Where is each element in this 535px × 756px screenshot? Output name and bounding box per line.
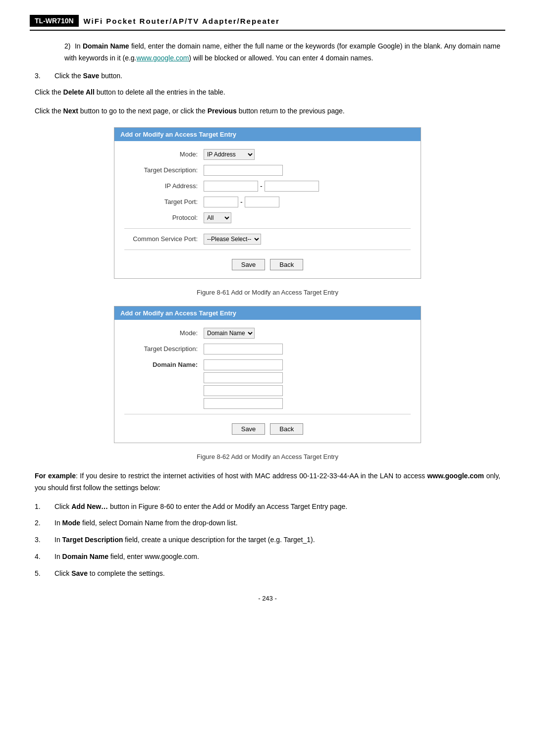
figure1-box: Add or Modify an Access Target Entry Mod… <box>114 127 421 279</box>
figure2-target-desc-input[interactable] <box>204 344 283 354</box>
step5-text: Click Save to complete the settings. <box>54 568 165 580</box>
figure1-back-button[interactable]: Back <box>270 259 303 270</box>
step3-text2: In Target Description field, create a un… <box>54 534 315 546</box>
figure1-port-label: Target Port: <box>124 198 204 205</box>
figure1-protocol-select[interactable]: All TCP UDP ICMP <box>204 212 231 223</box>
page-title: WiFi Pocket Router/AP/TV Adapter/Repeate… <box>84 17 280 25</box>
figure2-back-button[interactable]: Back <box>270 423 303 435</box>
figure2-mode-row: Mode: IP Address Domain Name <box>124 328 411 339</box>
figure1-target-desc-row: Target Description: <box>124 165 411 176</box>
example-step3: 3. In Target Description field, create a… <box>35 534 500 546</box>
add-new-bold: Add New… <box>71 503 108 510</box>
figure1-mode-select[interactable]: IP Address Domain Name <box>204 149 255 160</box>
figure1-mode-row: Mode: IP Address Domain Name <box>124 149 411 160</box>
figure2-target-desc-row: Target Description: <box>124 344 411 354</box>
step4-num: 4. <box>35 551 54 563</box>
figure1-common-service-row: Common Service Port: --Please Select-- <box>124 234 411 245</box>
figure2-domain-label: Domain Name: <box>124 359 204 368</box>
figure2-target-desc-label: Target Description: <box>124 345 204 353</box>
previous-bold: Previous <box>208 107 237 115</box>
figure1-ip-end[interactable] <box>265 181 319 192</box>
page-number: - 243 - <box>30 595 505 602</box>
step5-num: 5. <box>35 568 54 580</box>
figure1-target-desc-input[interactable] <box>204 165 283 176</box>
next-bold: Next <box>63 107 78 115</box>
figure2-box: Add or Modify an Access Target Entry Mod… <box>114 306 421 443</box>
save-bold2: Save <box>71 569 88 577</box>
ip-dash: - <box>260 182 263 190</box>
figure2-save-button[interactable]: Save <box>232 423 266 435</box>
step1-num: 1. <box>35 501 54 513</box>
domain-name-bold2: Domain Name <box>62 553 108 560</box>
delete-all-para: Click the Delete All button to delete al… <box>35 87 500 99</box>
figure1-target-desc-label: Target Description: <box>124 166 204 174</box>
save-bold: Save <box>83 72 100 80</box>
step3-num: 3. <box>35 70 54 82</box>
figure1-protocol-row: Protocol: All TCP UDP ICMP <box>124 212 411 223</box>
figure1-divider2 <box>124 250 411 250</box>
example-bold: For example <box>35 472 76 480</box>
step3-num2: 3. <box>35 534 54 546</box>
figure2-caption: Figure 8-62 Add or Modify an Access Targ… <box>35 453 500 460</box>
figure1-ip-start[interactable] <box>204 181 258 192</box>
step3-text: Click the Save button. <box>54 70 122 82</box>
figure2-domain-inputs <box>204 359 283 409</box>
figure1-body: Mode: IP Address Domain Name Target Desc… <box>114 141 421 278</box>
model-badge: TL-WR710N <box>30 15 79 27</box>
domain-name-bold: Domain Name <box>83 42 129 50</box>
example-step2: 2. In Mode field, select Domain Name fro… <box>35 517 500 529</box>
figure2-domain-input-3[interactable] <box>204 385 283 396</box>
figure1-port-inputs: - <box>204 197 279 207</box>
figure2-domain-input-1[interactable] <box>204 359 283 370</box>
step1-text: Click Add New… button in Figure 8-60 to … <box>54 501 347 513</box>
figure1-common-service-label: Common Service Port: <box>124 235 204 243</box>
figure2-body: Mode: IP Address Domain Name Target Desc… <box>114 320 421 443</box>
figure2-domain-row: Domain Name: <box>124 359 411 409</box>
figure1-port-end[interactable] <box>245 197 279 207</box>
item2-prefix: 2) In Domain Name field, enter the domai… <box>64 42 500 62</box>
step3-item: 3. Click the Save button. <box>35 70 500 82</box>
figure2-mode-select[interactable]: IP Address Domain Name <box>204 328 255 339</box>
port-dash: - <box>240 198 243 206</box>
figure2-domain-input-4[interactable] <box>204 398 283 409</box>
figure1-common-service-select[interactable]: --Please Select-- <box>204 234 261 245</box>
mode-bold: Mode <box>62 519 81 527</box>
figure1-divider <box>124 228 411 229</box>
figure1-ip-row: IP Address: - <box>124 181 411 192</box>
figure2-domain-input-2[interactable] <box>204 372 283 383</box>
figure2-divider <box>124 414 411 414</box>
figure1-caption: Figure 8-61 Add or Modify an Access Targ… <box>35 289 500 296</box>
figure1-footer: Save Back <box>124 255 411 272</box>
figure1-mode-label: Mode: <box>124 151 204 158</box>
figure1-ip-label: IP Address: <box>124 182 204 190</box>
figure1-ip-inputs: - <box>204 181 319 192</box>
page-content: 2) In Domain Name field, enter the domai… <box>30 41 505 580</box>
figure1-title: Add or Modify an Access Target Entry <box>114 128 421 141</box>
figure2-mode-label: Mode: <box>124 329 204 337</box>
next-prev-para: Click the Next button to go to the next … <box>35 105 500 117</box>
example-intro: For example: If you desire to restrict t… <box>35 470 500 494</box>
example-step5: 5. Click Save to complete the settings. <box>35 568 500 580</box>
page-header: TL-WR710N WiFi Pocket Router/AP/TV Adapt… <box>30 15 505 31</box>
figure1-port-start[interactable] <box>204 197 238 207</box>
intro-item2: 2) In Domain Name field, enter the domai… <box>35 41 500 64</box>
target-desc-bold: Target Description <box>62 536 123 544</box>
figure1-port-row: Target Port: - <box>124 197 411 207</box>
example-step4: 4. In Domain Name field, enter www.googl… <box>35 551 500 563</box>
step2-num: 2. <box>35 517 54 529</box>
figure2-footer: Save Back <box>124 419 411 437</box>
url-bold: www.google.com <box>427 472 484 480</box>
step4-text: In Domain Name field, enter www.google.c… <box>54 551 199 563</box>
delete-all-bold: Delete All <box>63 88 95 96</box>
figure1-protocol-label: Protocol: <box>124 214 204 221</box>
figure2-title: Add or Modify an Access Target Entry <box>114 306 421 320</box>
example-step1: 1. Click Add New… button in Figure 8-60 … <box>35 501 500 513</box>
google-link[interactable]: www.google.com <box>137 54 189 62</box>
figure1-save-button[interactable]: Save <box>232 259 266 270</box>
step2-text: In Mode field, select Domain Name from t… <box>54 517 238 529</box>
